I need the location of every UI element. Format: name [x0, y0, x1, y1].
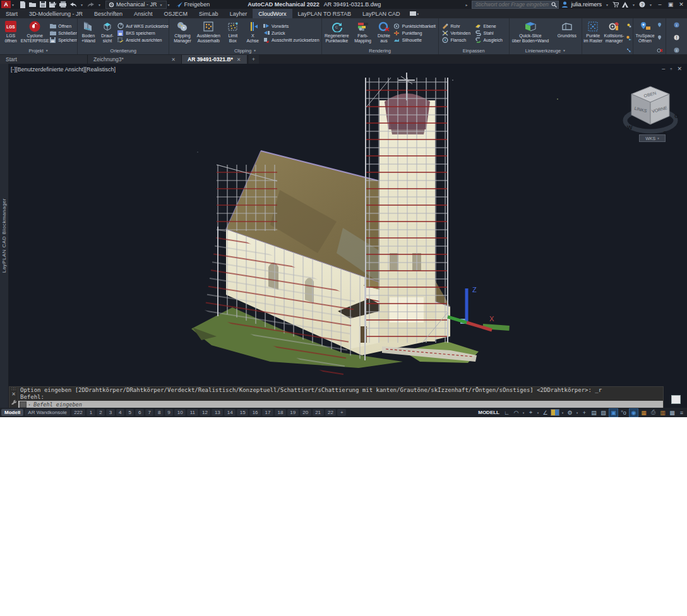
autoscale-icon[interactable]: ◉ — [629, 408, 638, 417]
polar-caret-icon[interactable]: ▾ — [522, 409, 525, 417]
layout-tab[interactable]: 5 — [126, 409, 134, 416]
ribbon-tab-layher[interactable]: Layher — [224, 9, 253, 18]
panel-title-orientierung[interactable]: Orientierung — [78, 47, 169, 54]
command-close-icon[interactable]: ✕ — [11, 391, 16, 397]
layer-list-icon[interactable]: ▤ — [590, 409, 598, 417]
speichern-button[interactable]: Speichern — [49, 37, 76, 43]
layout-tab[interactable]: 6 — [135, 409, 143, 416]
layout-tab[interactable]: 17 — [262, 409, 273, 416]
plot-icon[interactable] — [59, 1, 66, 8]
ribbon-tab-layplan-to-rstab[interactable]: LayPLAN TO RSTAB — [292, 9, 357, 18]
layout-tab[interactable]: 4 — [116, 409, 124, 416]
layout-tab[interactable]: 20 — [300, 409, 311, 416]
clipping-manager-button[interactable]: ClippingManager — [170, 19, 194, 47]
model-space-label[interactable]: MODELL — [478, 410, 499, 415]
layout-tab[interactable]: 18 — [275, 409, 286, 416]
zurueck-button[interactable]: Zurück — [263, 30, 320, 36]
info-help-icon[interactable]: i — [674, 19, 679, 30]
app-menu-caret-icon[interactable]: ▾ — [12, 3, 14, 7]
layout-tab[interactable]: 14 — [224, 409, 236, 416]
layout-tab-ar-wandkonsole[interactable]: AR Wandkonsole — [25, 409, 70, 416]
compass-west-label[interactable]: W — [627, 124, 633, 131]
ausblenden-ausserhalb-button[interactable]: AusblendenAusserhalb — [195, 19, 222, 47]
vorwaerts-button[interactable]: Vorwärts — [263, 23, 320, 29]
layout-tab[interactable]: 2 — [97, 409, 105, 416]
info-alert-icon[interactable]: ! — [674, 32, 679, 43]
panel-title-einpassen[interactable]: Einpassen — [439, 47, 509, 54]
angle-constraint-icon[interactable]: ∠ — [541, 409, 549, 417]
panel-title-clipping[interactable]: Clipping▼ — [169, 47, 321, 54]
layout-tab[interactable]: 19 — [287, 409, 299, 416]
new-layout-button[interactable]: + — [337, 409, 346, 416]
object-snap-icon[interactable]: ⌖ — [527, 409, 535, 417]
viewport-controls-label[interactable]: [-][Benutzerdefinierte Ansicht][Realisti… — [11, 66, 116, 73]
drawing-close-button[interactable]: ✕ — [677, 66, 682, 72]
ribbon-tab-3d-modellierung[interactable]: 3D-Modellierung - JR — [23, 9, 88, 18]
tool-sun-icon[interactable] — [626, 19, 631, 30]
settings-gear-icon[interactable]: ⚙ — [566, 409, 574, 417]
undo-caret-icon[interactable]: ▾ — [81, 3, 83, 7]
drawing-minimize-button[interactable]: – — [662, 66, 665, 72]
gear-caret-icon[interactable]: ▾ — [575, 409, 579, 417]
verbinden-button[interactable]: Verbinden — [442, 30, 472, 36]
flansch-button[interactable]: Flansch — [442, 37, 472, 43]
dynamic-ucs-icon[interactable] — [551, 409, 559, 416]
x-achse-button[interactable]: XAchse — [244, 19, 263, 47]
dynucs-caret-icon[interactable]: ▾ — [561, 409, 565, 417]
stahl-button[interactable]: Stahl — [475, 30, 508, 36]
bks-speichern-button[interactable]: BKS speichern — [117, 30, 167, 36]
layout-tab[interactable]: 11 — [187, 409, 198, 416]
close-tab-icon[interactable]: ✕ — [237, 57, 241, 62]
layout-tab[interactable]: 8 — [155, 409, 163, 416]
annotation-visibility-icon[interactable]: ▣ — [609, 408, 618, 417]
qat-overflow-caret-icon[interactable]: ▾ — [168, 3, 170, 7]
rohr-button[interactable]: Rohr — [442, 23, 472, 29]
search-input[interactable] — [474, 1, 551, 8]
punktsichtbarkeit-button[interactable]: Punktsichtbarkeit — [393, 23, 437, 29]
command-input[interactable] — [32, 401, 662, 408]
ortho-mode-icon[interactable]: ∟ — [503, 409, 511, 417]
window-minimize-button[interactable]: – — [656, 1, 664, 8]
quick-slice-button[interactable]: Quick-Sliceüber Boden+Wand — [511, 19, 550, 47]
dichte-aus-button[interactable]: Dichteaus — [375, 19, 393, 47]
panel-title-rendering[interactable]: Rendering — [322, 47, 438, 54]
ribbon-display-toggle[interactable]: ▾ — [406, 9, 423, 18]
layout-tab[interactable]: 1 — [87, 409, 95, 416]
lgs-oeffnen-button[interactable]: LGS LGSöffnen — [1, 19, 20, 47]
layout-tab[interactable]: 21 — [313, 409, 324, 416]
ribbon-tab-beschriften[interactable]: Beschriften — [88, 9, 128, 18]
layout-tab[interactable]: 13 — [212, 409, 223, 416]
plot-status-icon[interactable]: ⎙ — [649, 409, 657, 417]
wks-button[interactable]: WKS▾ — [639, 134, 666, 142]
search-icon[interactable] — [551, 2, 557, 8]
ribbon-tab-ansicht[interactable]: Ansicht — [128, 9, 158, 18]
file-tab-ar39491[interactable]: AR 39491-0321.B*✕ — [182, 55, 248, 64]
ribbon-tab-cloudworx[interactable]: CloudWorx — [253, 9, 292, 18]
command-options-caret-icon[interactable]: ▾ — [28, 403, 30, 406]
grundriss-button[interactable]: Grundriss — [554, 19, 580, 47]
isolate-objects-icon[interactable]: ▧ — [599, 409, 607, 417]
search-expand-icon[interactable]: ▸ — [465, 3, 467, 7]
osnap-caret-icon[interactable]: ▾ — [536, 409, 540, 417]
compass-east-label[interactable]: O — [674, 113, 679, 119]
draufsicht-button[interactable]: Drauf-sicht — [99, 19, 117, 47]
new-drawing-tab-button[interactable]: + — [249, 55, 259, 64]
tool-daylight-icon[interactable] — [626, 32, 631, 43]
command-grip-icon[interactable]: ∷∷ — [11, 388, 16, 390]
truspace-pin-icon[interactable] — [657, 19, 662, 30]
clean-screen-icon[interactable]: ▩ — [668, 409, 676, 417]
save-as-icon[interactable] — [49, 1, 56, 8]
punktfang-button[interactable]: Punktfang — [393, 30, 437, 36]
truspace-oeffnen-button[interactable]: TruSpaceÖffnen — [635, 19, 656, 54]
layout-tab[interactable]: 22 — [325, 409, 337, 416]
layout-tab[interactable]: 3 — [106, 409, 114, 416]
layout-tab-modell[interactable]: Modell — [1, 409, 23, 416]
redo-icon[interactable] — [87, 1, 94, 8]
polar-tracking-icon[interactable]: ◠ — [512, 409, 520, 417]
window-close-button[interactable]: ✕ — [678, 1, 685, 8]
export-icon[interactable]: ▥ — [659, 409, 667, 417]
layout-tab[interactable]: 10 — [174, 409, 186, 416]
app-store-cart-icon[interactable] — [612, 2, 619, 8]
panel-title-projekt[interactable]: Projekt▼ — [0, 47, 77, 54]
file-tab-start[interactable]: Start — [0, 55, 88, 64]
